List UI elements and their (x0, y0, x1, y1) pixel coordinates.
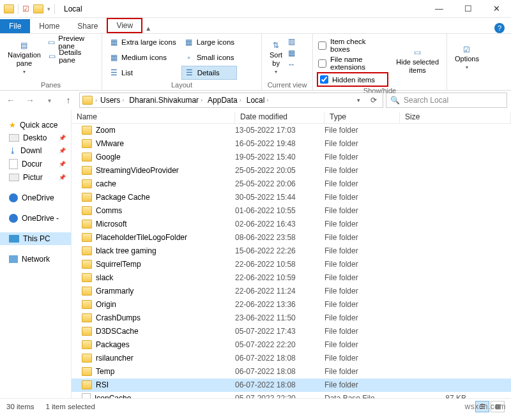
label: Extra large icons (121, 38, 176, 46)
qat-folder-icon[interactable] (33, 4, 43, 13)
column-size[interactable]: Size (400, 112, 511, 123)
breadcrumb[interactable]: Users› (98, 96, 126, 105)
file-type: File folder (324, 233, 400, 242)
location-folder-icon (82, 96, 93, 105)
file-date: 30-05-2022 15:44 (235, 193, 324, 202)
hidden-items-toggle[interactable]: Hidden items (319, 74, 383, 85)
table-row[interactable]: StreamingVideoProvider25-05-2022 20:05Fi… (72, 164, 511, 177)
file-date: 05-07-2022 22:20 (235, 394, 324, 398)
sidebar-item-downloads[interactable]: ⭳Downl📌 (0, 144, 71, 157)
options-button[interactable]: ☑ Options ▾ (451, 35, 483, 81)
up-button[interactable]: ↑ (60, 93, 77, 108)
breadcrumb[interactable]: AppData› (206, 96, 243, 105)
recent-locations-button[interactable]: ▾ (41, 93, 57, 108)
sidebar-item-thispc[interactable]: This PC (0, 232, 71, 245)
table-row[interactable]: IconCache05-07-2022 22:20Data Base File8… (72, 392, 511, 398)
maximize-button[interactable]: ☐ (454, 0, 482, 18)
table-row[interactable]: Grammarly22-06-2022 11:24File folder (72, 285, 511, 298)
file-name: StreamingVideoProvider (96, 166, 179, 175)
tab-file[interactable]: File (0, 19, 30, 33)
column-date[interactable]: Date modified (235, 112, 324, 123)
item-checkboxes-checkbox[interactable] (318, 41, 326, 50)
crumb-label: AppData (208, 96, 238, 105)
address-bar[interactable]: › Users› Dharani.Shivakumar› AppData› Lo… (79, 93, 383, 108)
table-row[interactable]: rsilauncher06-07-2022 18:08File folder (72, 352, 511, 365)
table-row[interactable]: RSI06-07-2022 18:08File folder (72, 379, 511, 392)
qat-checkbox-icon[interactable]: ☑ (22, 4, 29, 13)
breadcrumb[interactable]: Dharani.Shivakumar› (127, 96, 204, 105)
status-bar: 30 items 1 item selected ☰ ▦ (0, 398, 511, 414)
separator (54, 4, 55, 14)
refresh-button[interactable]: ⟳ (366, 93, 381, 107)
table-row[interactable]: Comms01-06-2022 10:55File folder (72, 204, 511, 218)
large-icons-button[interactable]: ▦Large icons (181, 35, 237, 49)
column-name[interactable]: Name (72, 112, 235, 123)
sidebar-item-quickaccess[interactable]: ★Quick acce (0, 119, 71, 131)
table-row[interactable]: cache25-05-2022 20:06File folder (72, 177, 511, 191)
table-row[interactable]: VMware16-05-2022 19:48File folder (72, 137, 511, 151)
file-date: 02-06-2022 16:43 (235, 220, 324, 229)
breadcrumb[interactable]: Local› (245, 96, 271, 105)
chevron-icon[interactable]: › (95, 97, 97, 103)
pin-icon: 📌 (59, 174, 68, 181)
list-button[interactable]: ☰List (106, 66, 179, 80)
qat-dropdown-icon[interactable]: ▾ (47, 6, 50, 12)
label: Sort by (270, 51, 282, 68)
tab-home[interactable]: Home (30, 19, 68, 33)
label: Hidden items (332, 76, 375, 84)
label: This PC (23, 234, 50, 243)
hidden-items-checkbox[interactable] (320, 75, 328, 84)
sidebar-item-documents[interactable]: Docur📌 (0, 157, 71, 171)
table-row[interactable]: PlaceholderTileLogoFolder08-06-2022 23:5… (72, 231, 511, 244)
help-icon[interactable]: ? (494, 23, 505, 33)
medium-icons-button[interactable]: ▦Medium icons (106, 50, 179, 64)
close-button[interactable]: ✕ (482, 0, 511, 18)
minimize-button[interactable]: — (425, 0, 454, 18)
column-type[interactable]: Type (324, 112, 400, 123)
table-row[interactable]: Google19-05-2022 15:40File folder (72, 151, 511, 164)
file-name: PlaceholderTileLogoFolder (96, 233, 187, 242)
table-row[interactable]: slack22-06-2022 10:59File folder (72, 271, 511, 285)
details-pane-button[interactable]: ▭Details pane (45, 49, 98, 63)
sidebar-item-onedrive2[interactable]: OneDrive - (0, 212, 71, 225)
small-icons-button[interactable]: ▫Small icons (181, 50, 237, 64)
table-row[interactable]: Temp06-07-2022 18:08File folder (72, 365, 511, 379)
add-columns-icon[interactable]: ▦ (286, 48, 296, 58)
file-extensions-toggle[interactable]: File name extensions (317, 54, 388, 72)
thispc-icon (9, 235, 19, 243)
table-row[interactable]: Microsoft02-06-2022 16:43File folder (72, 218, 511, 231)
size-columns-icon[interactable]: ↔ (286, 59, 296, 70)
navigation-pane-button[interactable]: ▤ Navigation pane ▾ (4, 35, 45, 81)
hide-selected-button[interactable]: ▭ Hide selected items (392, 35, 443, 87)
back-button[interactable]: ← (3, 93, 19, 108)
file-extensions-checkbox[interactable] (318, 59, 326, 68)
sidebar-item-desktop[interactable]: Deskto📌 (0, 131, 71, 144)
sidebar-item-onedrive[interactable]: OneDrive (0, 191, 71, 204)
sort-by-button[interactable]: ⇅ Sort by ▾ (266, 35, 286, 81)
group-by-icon[interactable]: ▥ (286, 36, 296, 47)
label: Hide selected items (396, 58, 439, 75)
ribbon-collapse-icon[interactable]: ▲ (142, 24, 154, 33)
address-dropdown-button[interactable]: ▾ (351, 93, 366, 107)
table-row[interactable]: D3DSCache05-07-2022 17:43File folder (72, 325, 511, 338)
table-row[interactable]: Origin22-06-2022 13:36File folder (72, 298, 511, 311)
file-list: Name Date modified Type Size Zoom13-05-2… (72, 110, 511, 398)
table-row[interactable]: CrashDumps23-06-2022 11:50File folder (72, 311, 511, 325)
sidebar-item-network[interactable]: Network (0, 253, 71, 266)
extra-large-icons-button[interactable]: ▦Extra large icons (106, 35, 179, 49)
table-row[interactable]: Packages05-07-2022 22:20File folder (72, 338, 511, 352)
table-row[interactable]: SquirrelTemp22-06-2022 10:58File folder (72, 258, 511, 271)
table-row[interactable]: Package Cache30-05-2022 15:44File folder (72, 191, 511, 204)
sidebar-item-pictures[interactable]: Pictur📌 (0, 171, 71, 184)
tab-share[interactable]: Share (68, 19, 107, 33)
forward-button[interactable]: → (22, 93, 38, 108)
preview-pane-button[interactable]: ▭Preview pane (45, 35, 98, 49)
file-date: 05-07-2022 17:43 (235, 327, 324, 336)
list-icon: ☰ (109, 68, 119, 78)
label: Network (22, 255, 50, 264)
table-row[interactable]: Zoom13-05-2022 17:03File folder (72, 124, 511, 137)
table-row[interactable]: black tree gaming15-06-2022 22:26File fo… (72, 244, 511, 258)
details-view-button[interactable]: ☰Details (181, 66, 237, 80)
tab-view[interactable]: View (107, 18, 142, 33)
item-checkboxes-toggle[interactable]: Item check boxes (317, 36, 388, 54)
